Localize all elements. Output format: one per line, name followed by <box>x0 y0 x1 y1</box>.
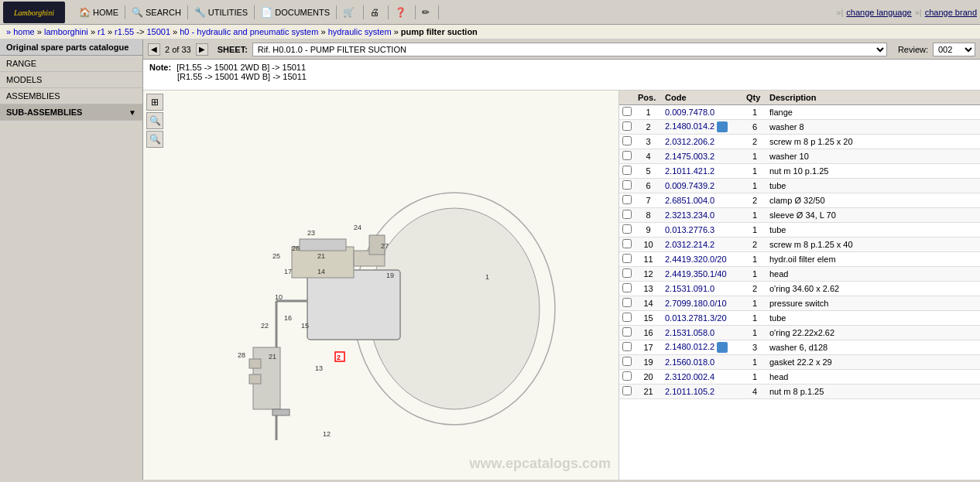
nav-print[interactable]: 🖨 <box>364 5 389 19</box>
row-checkbox[interactable] <box>622 121 632 131</box>
note-area: Note: [R1.55 -> 15001 2WD B] -> 15011 [R… <box>143 60 980 91</box>
svg-text:24: 24 <box>354 224 362 231</box>
svg-text:19: 19 <box>386 272 394 279</box>
sidebar-item-assemblies[interactable]: ASSEMBLIES <box>0 88 142 104</box>
sidebar-item-sub-assemblies[interactable]: SUB-ASSEMBLIES ▼ <box>0 104 142 121</box>
row-code[interactable]: 2.4419.350.1/40 <box>662 267 743 282</box>
nav-documents-label: DOCUMENTS <box>275 8 330 17</box>
row-checkbox[interactable] <box>622 224 632 234</box>
row-checkbox[interactable] <box>622 268 632 278</box>
row-pos: 14 <box>635 296 662 311</box>
row-code[interactable]: 2.1560.018.0 <box>662 355 743 370</box>
row-code[interactable]: 0.013.2776.3 <box>662 223 743 238</box>
prev-page-button[interactable]: ◀ <box>148 43 160 56</box>
row-checkbox[interactable] <box>622 107 632 116</box>
zoom-in-button[interactable]: 🔍 <box>146 112 163 129</box>
row-checkbox[interactable] <box>622 371 632 381</box>
main-layout: Original spare parts catalogue RANGE MOD… <box>0 39 980 480</box>
row-code[interactable]: 0.009.7478.0 <box>662 105 743 120</box>
nav-help[interactable]: ❓ <box>389 5 416 19</box>
zoom-out-button[interactable]: 🔍 <box>146 131 163 148</box>
breadcrumb-r1[interactable]: r1 <box>98 27 105 36</box>
row-desc: washer 6, d128 <box>766 340 980 355</box>
row-checkbox[interactable] <box>622 386 632 395</box>
page-info: 2 of 33 <box>165 45 191 54</box>
diagram-image: 1 2 2 2 10 16 15 13 12 11 <box>143 91 618 480</box>
row-code[interactable]: 2.1475.003.2 <box>662 149 743 164</box>
row-code[interactable]: 2.1480.014.2 <box>662 120 743 135</box>
row-checkbox[interactable] <box>622 239 632 248</box>
svg-rect-4 <box>307 270 400 340</box>
sheet-select[interactable]: Rif. H0.01.0 - PUMP FILTER SUCTION <box>252 43 887 56</box>
zoom-fit-button[interactable]: ⊞ <box>146 94 163 111</box>
breadcrumb-hydraulic[interactable]: h0 - hydraulic and pneumatic system <box>180 27 318 36</box>
row-code[interactable]: 2.1531.091.0 <box>662 282 743 296</box>
row-code[interactable]: 0.009.7439.2 <box>662 179 743 193</box>
note-icon[interactable] <box>717 342 728 353</box>
row-code[interactable]: 2.4419.320.0/20 <box>662 252 743 267</box>
nav-edit[interactable]: ✏ <box>416 5 439 19</box>
col-header-qty: Qty <box>743 91 766 105</box>
row-code[interactable]: 2.1480.012.2 <box>662 340 743 355</box>
row-checkbox[interactable] <box>622 195 632 204</box>
row-checkbox[interactable] <box>622 283 632 292</box>
next-page-button[interactable]: ▶ <box>196 43 208 56</box>
row-code[interactable]: 2.1011.421.2 <box>662 164 743 179</box>
breadcrumb-r155[interactable]: r1.55 <box>115 27 134 36</box>
row-qty: 1 <box>743 252 766 267</box>
row-checkbox[interactable] <box>622 136 632 145</box>
row-checkbox[interactable] <box>622 180 632 190</box>
row-code[interactable]: 2.1011.105.2 <box>662 385 743 399</box>
row-checkbox[interactable] <box>622 327 632 337</box>
nav-utilities[interactable]: 🔧 UTILITIES <box>188 5 255 19</box>
table-row: 150.013.2781.3/201tube <box>619 311 980 326</box>
row-checkbox[interactable] <box>622 342 632 351</box>
nav-search[interactable]: 🔍 SEARCH <box>125 5 188 19</box>
row-code[interactable]: 2.0312.206.2 <box>662 135 743 149</box>
row-code[interactable]: 2.3120.002.4 <box>662 370 743 385</box>
row-code[interactable]: 2.7099.180.0/10 <box>662 296 743 311</box>
row-checkbox[interactable] <box>622 313 632 322</box>
row-checkbox[interactable] <box>622 151 632 160</box>
row-checkbox[interactable] <box>622 210 632 219</box>
nav-documents[interactable]: 📄 DOCUMENTS <box>255 5 337 19</box>
row-desc: washer 8 <box>766 120 980 135</box>
row-code[interactable]: 2.0312.214.2 <box>662 238 743 252</box>
sidebar: Original spare parts catalogue RANGE MOD… <box>0 39 143 480</box>
row-desc: gasket 22.2 x 29 <box>766 355 980 370</box>
row-checkbox[interactable] <box>622 298 632 307</box>
sidebar-menu: RANGE MODELS ASSEMBLIES SUB-ASSEMBLIES ▼ <box>0 56 142 121</box>
breadcrumb-15001[interactable]: 15001 <box>146 27 170 36</box>
sidebar-item-models[interactable]: MODELS <box>0 72 142 88</box>
note-icon[interactable] <box>717 121 728 132</box>
breadcrumb-hydraulic-system[interactable]: hydraulic system <box>328 27 392 36</box>
nav-home[interactable]: 🏠 HOME <box>73 5 125 19</box>
change-language-link[interactable]: change language <box>846 8 911 17</box>
change-brand-link[interactable]: change brand <box>925 8 977 17</box>
row-desc: clamp Ø 32/50 <box>766 193 980 208</box>
row-code[interactable]: 2.1531.058.0 <box>662 326 743 340</box>
svg-text:14: 14 <box>317 268 325 275</box>
table-row: 172.1480.012.2 3washer 6, d128 <box>619 340 980 355</box>
row-qty: 1 <box>743 311 766 326</box>
parts-table: Pos. Code Qty Description 10.009.7478.01… <box>619 91 980 399</box>
row-qty: 1 <box>743 149 766 164</box>
row-desc: screw m 8 p 1.25 x 20 <box>766 135 980 149</box>
breadcrumb-lamborghini[interactable]: lamborghini <box>44 27 88 36</box>
row-qty: 1 <box>743 355 766 370</box>
row-checkbox[interactable] <box>622 357 632 366</box>
nav-cart[interactable]: 🛒 <box>337 5 364 19</box>
row-code[interactable]: 2.6851.004.0 <box>662 193 743 208</box>
sheet-label: SHEET: <box>218 45 248 54</box>
sidebar-item-range[interactable]: RANGE <box>0 56 142 72</box>
row-code[interactable]: 0.013.2781.3/20 <box>662 311 743 326</box>
row-pos: 11 <box>635 252 662 267</box>
breadcrumb-home[interactable]: » home <box>6 27 35 36</box>
row-checkbox[interactable] <box>622 166 632 175</box>
svg-text:13: 13 <box>315 364 323 372</box>
row-code[interactable]: 2.3213.234.0 <box>662 208 743 223</box>
review-select[interactable]: 002 <box>933 43 975 56</box>
top-right-links: »| change language »| change brand <box>836 8 977 17</box>
row-desc: screw m 8 p.1.25 x 40 <box>766 238 980 252</box>
row-checkbox[interactable] <box>622 254 632 263</box>
